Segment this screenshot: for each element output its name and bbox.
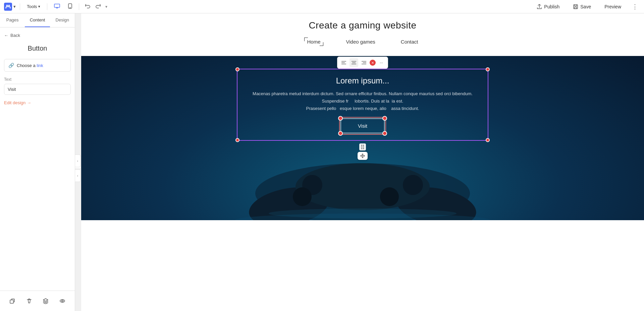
sidebar-footer [0,291,75,311]
more-actions-btn[interactable]: ▾ [103,3,109,10]
svg-rect-4 [10,300,13,303]
separator-3 [79,3,79,10]
text-field-input[interactable] [4,84,71,95]
website-header: Create a gaming website Home Video games… [81,13,644,56]
tools-menu[interactable]: Tools ▾ [24,3,43,10]
btn-handle-bl[interactable] [338,131,343,136]
redo-btn[interactable] [93,2,103,11]
nav-item-videogames[interactable]: Video games [343,38,378,46]
website-title: Create a gaming website [95,20,631,31]
visibility-btn[interactable] [56,295,68,307]
tools-label: Tools [27,4,37,9]
toolbar-left: ▾ Tools ▾ ▾ [4,2,529,11]
edit-design-label: Edit design → [4,100,31,105]
more-options-btn[interactable]: ⋮ [630,2,640,12]
dot [363,145,364,146]
preview-btn[interactable]: Preview [600,2,626,11]
drag-dots-3 [361,148,364,149]
block-handle-tr[interactable] [486,67,490,71]
link-placeholder: Choose a link [17,63,43,68]
dot [361,146,362,147]
preview-label: Preview [604,4,621,9]
canvas-page: Create a gaming website Home Video games… [81,13,644,311]
nav-item-contact[interactable]: Contact [398,38,421,46]
drag-dots-2 [361,146,364,147]
nav-item-home[interactable]: Home [304,38,323,46]
website-nav: Home Video games Contact [95,38,631,49]
content-block-wrapper: ✕ ··· Lorem ipsum... Macenas pharetra me… [237,69,488,141]
tab-pages[interactable]: Pages [0,13,25,27]
undo-btn[interactable] [83,2,93,11]
link-icon: 🔗 [8,63,14,68]
undo-redo-group: ▾ [83,2,109,11]
dot [361,145,362,146]
delete-btn[interactable] [23,295,35,307]
drag-dots-1 [361,145,364,146]
move-icon [360,153,365,158]
section-title: Button [4,45,71,52]
brand-icon [4,3,12,11]
more-options-toolbar-btn[interactable]: ··· [377,58,386,67]
back-btn[interactable]: ← Back [4,32,71,39]
save-btn[interactable]: Save [568,2,596,11]
svg-point-16 [269,208,457,219]
hero-section: ✕ ··· Lorem ipsum... Macenas pharetra me… [81,56,644,220]
toolbar-right: Publish Save Preview ⋮ [532,2,640,12]
tools-chevron: ▾ [38,4,40,9]
svg-point-14 [380,187,399,206]
publish-btn[interactable]: Publish [532,2,564,11]
svg-point-2 [70,7,71,8]
drag-icon [359,143,366,150]
layers-btn[interactable] [40,295,52,307]
align-left-btn[interactable] [339,58,348,67]
dot [363,148,364,149]
svg-point-13 [293,187,312,206]
sidebar-tabs: Pages Content Design [0,13,75,27]
visit-btn-label: Visit [358,123,367,129]
text-field-group: Text [4,77,71,95]
content-block-title: Lorem ipsum... [248,76,478,85]
brand-chevron: ▾ [13,4,16,9]
sidebar-toggle-handle[interactable]: ‹ [75,154,80,167]
main-layout: Pages Content Design ← Back Button 🔗 Cho… [0,13,644,311]
sidebar-content: ← Back Button 🔗 Choose a link Text Edit … [0,27,75,291]
dot [361,148,362,149]
link-field[interactable]: 🔗 Choose a link [4,59,71,72]
btn-area: Visit [248,118,478,133]
separator-2 [47,3,47,10]
drag-handle[interactable] [358,143,368,160]
duplicate-btn[interactable] [6,295,18,307]
text-field-label: Text [4,77,71,82]
sidebar: Pages Content Design ← Back Button 🔗 Cho… [0,13,75,311]
svg-rect-3 [574,5,578,9]
back-label: Back [10,33,20,38]
tab-design[interactable]: Design [50,13,75,27]
align-center-btn[interactable] [350,58,358,67]
content-block-text-1: Macenas pharetra metud interdum dictum. … [248,90,478,112]
move-badge [358,152,368,160]
edit-design-btn[interactable]: Edit design → [4,100,71,105]
btn-handle-br[interactable] [382,131,387,136]
close-btn[interactable]: ✕ [370,60,376,66]
publish-label: Publish [544,4,559,9]
btn-handle-tr[interactable] [382,116,387,121]
canvas-area: Create a gaming website Home Video games… [81,13,644,311]
svg-point-6 [62,300,63,302]
back-arrow-icon: ← [4,33,8,38]
align-right-btn[interactable] [360,58,368,67]
visit-btn[interactable]: Visit [340,118,385,133]
desktop-device-btn[interactable] [51,2,63,11]
brand-logo[interactable]: ▾ [4,3,16,11]
visit-btn-container: Visit [340,118,385,133]
top-toolbar: ▾ Tools ▾ ▾ Publish [0,0,644,13]
mobile-device-btn[interactable] [65,2,75,11]
save-label: Save [580,4,591,9]
tab-content[interactable]: Content [25,13,50,27]
content-block[interactable]: ✕ ··· Lorem ipsum... Macenas pharetra me… [237,69,488,141]
svg-rect-0 [54,4,60,7]
alignment-toolbar: ✕ ··· [337,57,388,69]
hero-content: ✕ ··· Lorem ipsum... Macenas pharetra me… [81,56,644,141]
svg-point-12 [403,175,423,195]
dot [363,146,364,147]
block-handle-tl[interactable] [235,67,239,71]
